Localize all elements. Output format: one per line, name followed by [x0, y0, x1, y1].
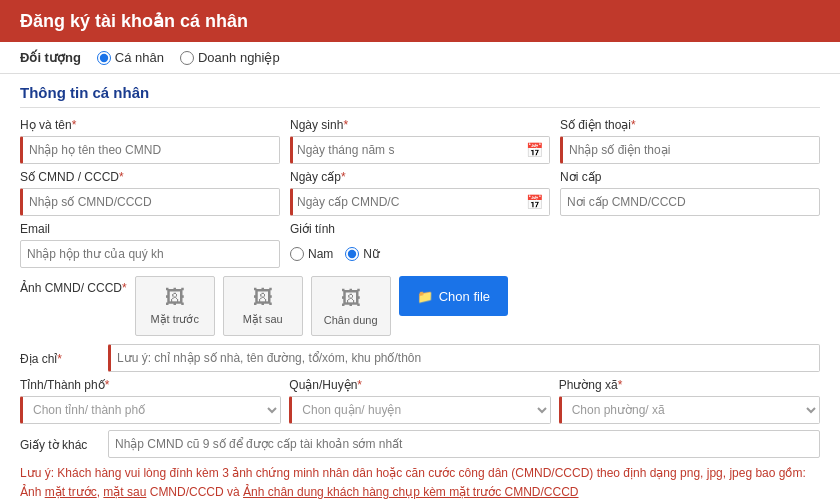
photo-mat-sau[interactable]: 🖼 Mặt sau: [223, 276, 303, 336]
radio-doanh-nghiep[interactable]: Doanh nghiệp: [180, 50, 280, 65]
form-row-2: Số CMND / CCCD* Ngày cấp* 📅 Nơi cấp: [20, 170, 820, 216]
date-wrap-ngay-sinh: 📅: [290, 136, 550, 164]
field-noi-cap: Nơi cấp: [560, 170, 820, 216]
photo-chan-dung[interactable]: 🖼 Chân dung: [311, 276, 391, 336]
empty-cell-row3: [560, 222, 820, 268]
field-ngay-sinh: Ngày sinh* 📅: [290, 118, 550, 164]
image-icon-chan-dung: 🖼: [341, 287, 361, 310]
input-email[interactable]: [20, 240, 280, 268]
photo-mat-truoc[interactable]: 🖼 Mặt trước: [135, 276, 215, 336]
date-wrap-ngay-cap: 📅: [290, 188, 550, 216]
label-phuong-xa: Phường xã*: [559, 378, 820, 392]
field-phuong-xa: Phường xã* Chon phường/ xã: [559, 378, 820, 424]
calendar-icon-ngay-cap[interactable]: 📅: [520, 194, 549, 210]
image-icon-mat-truoc: 🖼: [165, 286, 185, 309]
page-container: Đăng ký tài khoản cá nhân Đối tượng Cá n…: [0, 0, 840, 500]
red-note: Lưu ý: Khách hàng vui lòng đính kèm 3 ản…: [20, 464, 820, 500]
field-quan-huyen: Quận/Huyện* Chon quận/ huyện: [289, 378, 550, 424]
link-mat-truoc[interactable]: mặt trước: [45, 485, 97, 499]
label-dia-chi-wrap: Địa chỉ*: [20, 351, 100, 366]
req-ho-va-ten: *: [72, 118, 77, 132]
giay-to-row: Giấy tờ khác: [20, 430, 820, 458]
dia-chi-row: Địa chỉ*: [20, 344, 820, 372]
radio-nu[interactable]: Nữ: [345, 247, 380, 261]
label-mat-truoc: Mặt trước: [150, 313, 199, 326]
label-ho-va-ten: Họ và tên*: [20, 118, 280, 132]
label-tinh-tp: Tỉnh/Thành phố*: [20, 378, 281, 392]
radio-doanh-nghiep-input[interactable]: [180, 51, 194, 65]
label-mat-sau: Mặt sau: [243, 313, 283, 326]
input-dia-chi[interactable]: [108, 344, 820, 372]
field-ho-va-ten: Họ và tên*: [20, 118, 280, 164]
anh-cmnd-row: Ảnh CMND/ CCCD* 🖼 Mặt trước 🖼 Mặt sau 🖼 …: [20, 276, 820, 336]
input-ho-va-ten[interactable]: [20, 136, 280, 164]
radio-ca-nhan[interactable]: Cá nhân: [97, 50, 164, 65]
label-so-cmnd: Số CMND / CCCD*: [20, 170, 280, 184]
choose-file-label: Chon file: [439, 289, 490, 304]
subject-row: Đối tượng Cá nhân Doanh nghiệp: [0, 42, 840, 74]
input-giay-to[interactable]: [108, 430, 820, 458]
subject-label: Đối tượng: [20, 50, 81, 65]
section-title: Thông tin cá nhân: [20, 84, 820, 108]
field-so-dien-thoai: Số điện thoại*: [560, 118, 820, 164]
radio-nam-input[interactable]: [290, 247, 304, 261]
label-chan-dung: Chân dung: [324, 314, 378, 326]
radio-nu-label: Nữ: [363, 247, 380, 261]
choose-file-button[interactable]: 📁 Chon file: [399, 276, 508, 316]
label-dia-chi: Địa chỉ*: [20, 352, 62, 366]
label-email: Email: [20, 222, 280, 236]
field-tinh-tp: Tỉnh/Thành phố* Chon tỉnh/ thành phố: [20, 378, 281, 424]
input-ngay-cap[interactable]: [293, 189, 520, 215]
personal-info-section: Thông tin cá nhân Họ và tên* Ngày sinh* …: [20, 84, 820, 500]
label-gioi-tinh: Giới tính: [290, 222, 550, 236]
input-so-cmnd[interactable]: [20, 188, 280, 216]
label-giay-to: Giấy tờ khác: [20, 438, 87, 452]
calendar-icon-ngay-sinh[interactable]: 📅: [520, 142, 549, 158]
link-anh-chan-dung[interactable]: Ảnh chân dung khách hàng chụp kèm mặt tr…: [243, 485, 578, 499]
field-email: Email: [20, 222, 280, 268]
label-noi-cap: Nơi cấp: [560, 170, 820, 184]
input-noi-cap[interactable]: [560, 188, 820, 216]
field-ngay-cap: Ngày cấp* 📅: [290, 170, 550, 216]
radio-ca-nhan-input[interactable]: [97, 51, 111, 65]
input-so-dien-thoai[interactable]: [560, 136, 820, 164]
label-giay-to-wrap: Giấy tờ khác: [20, 437, 100, 452]
page-title: Đăng ký tài khoản cá nhân: [20, 10, 820, 32]
red-note-text1: Lưu ý: Khách hàng vui lòng đính kèm 3 ản…: [20, 466, 806, 480]
folder-icon: 📁: [417, 289, 433, 304]
input-ngay-sinh[interactable]: [293, 137, 520, 163]
radio-ca-nhan-label: Cá nhân: [115, 50, 164, 65]
header: Đăng ký tài khoản cá nhân: [0, 0, 840, 42]
form-row-1: Họ và tên* Ngày sinh* 📅 Số điện thoại*: [20, 118, 820, 164]
radio-nam[interactable]: Nam: [290, 247, 333, 261]
image-icon-mat-sau: 🖼: [253, 286, 273, 309]
label-so-dien-thoai: Số điện thoại*: [560, 118, 820, 132]
label-anh-cmnd: Ảnh CMND/ CCCD*: [20, 281, 127, 295]
select-tinh-tp[interactable]: Chon tỉnh/ thành phố: [20, 396, 281, 424]
city-row: Tỉnh/Thành phố* Chon tỉnh/ thành phố Quậ…: [20, 378, 820, 424]
field-so-cmnd: Số CMND / CCCD*: [20, 170, 280, 216]
gender-radio-group: Nam Nữ: [290, 240, 550, 268]
label-anh-cmnd-wrap: Ảnh CMND/ CCCD*: [20, 276, 127, 295]
radio-nu-input[interactable]: [345, 247, 359, 261]
form-row-3: Email Giới tính Nam Nữ: [20, 222, 820, 268]
field-gioi-tinh: Giới tính Nam Nữ: [290, 222, 550, 268]
link-mat-sau[interactable]: mặt sau: [103, 485, 146, 499]
label-ngay-sinh: Ngày sinh*: [290, 118, 550, 132]
radio-nam-label: Nam: [308, 247, 333, 261]
subject-radio-group: Cá nhân Doanh nghiệp: [97, 50, 280, 65]
label-ngay-cap: Ngày cấp*: [290, 170, 550, 184]
select-phuong-xa[interactable]: Chon phường/ xã: [559, 396, 820, 424]
select-quan-huyen[interactable]: Chon quận/ huyện: [289, 396, 550, 424]
label-quan-huyen: Quận/Huyện*: [289, 378, 550, 392]
radio-doanh-nghiep-label: Doanh nghiệp: [198, 50, 280, 65]
